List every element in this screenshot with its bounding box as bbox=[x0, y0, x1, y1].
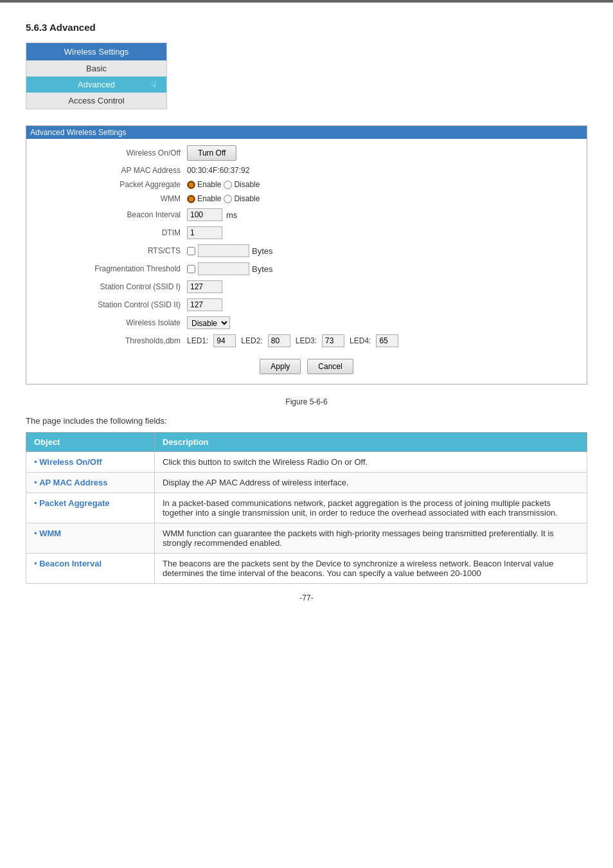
rts-cts-row: RTS/CTS Bytes bbox=[39, 244, 574, 257]
table-row: • Packet AggregateIn a packet-based comm… bbox=[26, 493, 587, 523]
led2-input[interactable]: 80 bbox=[268, 334, 290, 347]
table-row: • WMMWMM function can guarantee the pack… bbox=[26, 523, 587, 554]
table-cell-object: • WMM bbox=[26, 523, 155, 554]
table-cell-object: • Wireless On/Off bbox=[26, 452, 155, 473]
packet-aggregate-row: Packet Aggregate Enable Disable bbox=[39, 180, 574, 189]
beacon-interval-unit: ms bbox=[226, 210, 237, 220]
page-title: 5.6.3 Advanced bbox=[26, 22, 587, 33]
ap-mac-row: AP MAC Address 00:30:4F:60:37:92 bbox=[39, 166, 574, 175]
station-ssid2-input[interactable]: 127 bbox=[187, 298, 222, 311]
rts-cts-checkbox[interactable] bbox=[187, 247, 195, 255]
table-cell-description: Click this button to switch the Wireless… bbox=[155, 452, 587, 473]
frag-threshold-checkbox[interactable] bbox=[187, 265, 195, 273]
table-cell-description: WMM function can guarantee the packets w… bbox=[155, 523, 587, 554]
dtim-label: DTIM bbox=[39, 228, 187, 237]
station-ssid1-input[interactable]: 127 bbox=[187, 280, 222, 293]
dtim-row: DTIM 1 bbox=[39, 226, 574, 239]
packet-aggregate-enable-label[interactable]: Enable bbox=[187, 180, 221, 189]
nav-menu: Wireless Settings Basic Advanced ☟ Acces… bbox=[26, 42, 167, 109]
table-row: • Beacon IntervalThe beacons are the pac… bbox=[26, 554, 587, 584]
apply-row: Apply Cancel bbox=[39, 352, 574, 374]
cancel-button[interactable]: Cancel bbox=[307, 359, 353, 374]
page-number: -77- bbox=[26, 593, 587, 602]
led3-label: LED3: bbox=[296, 336, 317, 345]
packet-aggregate-label: Packet Aggregate bbox=[39, 180, 187, 189]
wmm-label: WMM bbox=[39, 194, 187, 203]
thresholds-row: Thresholds,dbm LED1: 94 LED2: 80 LED3: 7… bbox=[39, 334, 574, 347]
rts-cts-label: RTS/CTS bbox=[39, 246, 187, 255]
wireless-isolate-control: Disable Enable bbox=[187, 316, 230, 329]
station-ssid1-control: 127 bbox=[187, 280, 222, 293]
beacon-interval-label: Beacon Interval bbox=[39, 210, 187, 219]
station-ssid1-label: Station Control (SSID I) bbox=[39, 282, 187, 291]
led1-label: LED1: bbox=[187, 336, 208, 345]
wireless-isolate-label: Wireless Isolate bbox=[39, 318, 187, 327]
table-cell-object: • Packet Aggregate bbox=[26, 493, 155, 523]
hand-cursor-icon: ☟ bbox=[151, 80, 157, 90]
nav-item-advanced[interactable]: Advanced ☟ bbox=[26, 77, 166, 93]
frag-threshold-row: Fragmentation Threshold Bytes bbox=[39, 262, 574, 275]
intro-text: The page includes the following fields: bbox=[26, 416, 587, 426]
wireless-onoff-control: Turn Off bbox=[187, 145, 236, 161]
ap-mac-value: 00:30:4F:60:37:92 bbox=[187, 166, 249, 175]
table-row: • Wireless On/OffClick this button to sw… bbox=[26, 452, 587, 473]
top-border bbox=[0, 0, 613, 3]
frag-threshold-unit: Bytes bbox=[252, 264, 273, 274]
led4-input[interactable]: 65 bbox=[376, 334, 398, 347]
wireless-isolate-select[interactable]: Disable Enable bbox=[187, 316, 230, 329]
aws-panel-title: Advanced Wireless Settings bbox=[26, 126, 587, 139]
ap-mac-control: 00:30:4F:60:37:92 bbox=[187, 166, 249, 175]
table-cell-object: • AP MAC Address bbox=[26, 473, 155, 493]
table-header-description: Description bbox=[155, 433, 587, 452]
nav-item-access-control[interactable]: Access Control bbox=[26, 93, 166, 109]
led4-label: LED4: bbox=[350, 336, 371, 345]
station-ssid2-control: 127 bbox=[187, 298, 222, 311]
beacon-interval-input[interactable]: 100 bbox=[187, 208, 222, 221]
dtim-control: 1 bbox=[187, 226, 222, 239]
aws-panel-body: Wireless On/Off Turn Off AP MAC Address … bbox=[26, 139, 587, 384]
wmm-disable-label[interactable]: Disable bbox=[224, 194, 260, 203]
rts-cts-input[interactable] bbox=[198, 244, 249, 257]
led2-label: LED2: bbox=[241, 336, 262, 345]
dtim-input[interactable]: 1 bbox=[187, 226, 222, 239]
nav-item-basic[interactable]: Basic bbox=[26, 60, 166, 77]
wireless-isolate-row: Wireless Isolate Disable Enable bbox=[39, 316, 574, 329]
station-ssid2-row: Station Control (SSID II) 127 bbox=[39, 298, 574, 311]
wmm-disable-radio[interactable] bbox=[224, 195, 232, 203]
frag-threshold-control: Bytes bbox=[187, 262, 273, 275]
wmm-row: WMM Enable Disable bbox=[39, 194, 574, 203]
frag-threshold-label: Fragmentation Threshold bbox=[39, 264, 187, 273]
beacon-interval-control: 100 ms bbox=[187, 208, 237, 221]
station-ssid2-label: Station Control (SSID II) bbox=[39, 300, 187, 309]
beacon-interval-row: Beacon Interval 100 ms bbox=[39, 208, 574, 221]
aws-panel: Advanced Wireless Settings Wireless On/O… bbox=[26, 125, 587, 384]
packet-aggregate-enable-radio[interactable] bbox=[187, 181, 195, 189]
table-cell-description: In a packet-based communications network… bbox=[155, 493, 587, 523]
led3-input[interactable]: 73 bbox=[322, 334, 344, 347]
ap-mac-label: AP MAC Address bbox=[39, 166, 187, 175]
nav-menu-title: Wireless Settings bbox=[26, 43, 166, 60]
description-table: Object Description • Wireless On/OffClic… bbox=[26, 432, 587, 584]
wireless-onoff-row: Wireless On/Off Turn Off bbox=[39, 145, 574, 161]
turn-off-button[interactable]: Turn Off bbox=[187, 145, 236, 161]
wmm-control: Enable Disable bbox=[187, 194, 260, 203]
wireless-onoff-label: Wireless On/Off bbox=[39, 149, 187, 158]
table-header-object: Object bbox=[26, 433, 155, 452]
table-cell-description: Display the AP MAC Address of wireless i… bbox=[155, 473, 587, 493]
table-row: • AP MAC AddressDisplay the AP MAC Addre… bbox=[26, 473, 587, 493]
apply-button[interactable]: Apply bbox=[260, 359, 301, 374]
figure-caption: Figure 5-6-6 bbox=[26, 397, 587, 406]
packet-aggregate-disable-radio[interactable] bbox=[224, 181, 232, 189]
wmm-enable-label[interactable]: Enable bbox=[187, 194, 221, 203]
thresholds-label: Thresholds,dbm bbox=[39, 336, 187, 345]
table-cell-object: • Beacon Interval bbox=[26, 554, 155, 584]
station-ssid1-row: Station Control (SSID I) 127 bbox=[39, 280, 574, 293]
table-cell-description: The beacons are the packets sent by the … bbox=[155, 554, 587, 584]
packet-aggregate-control: Enable Disable bbox=[187, 180, 260, 189]
led1-input[interactable]: 94 bbox=[213, 334, 236, 347]
rts-cts-unit: Bytes bbox=[252, 246, 273, 256]
wmm-enable-radio[interactable] bbox=[187, 195, 195, 203]
page-content: 5.6.3 Advanced Wireless Settings Basic A… bbox=[0, 15, 613, 622]
packet-aggregate-disable-label[interactable]: Disable bbox=[224, 180, 260, 189]
frag-threshold-input[interactable] bbox=[198, 262, 249, 275]
